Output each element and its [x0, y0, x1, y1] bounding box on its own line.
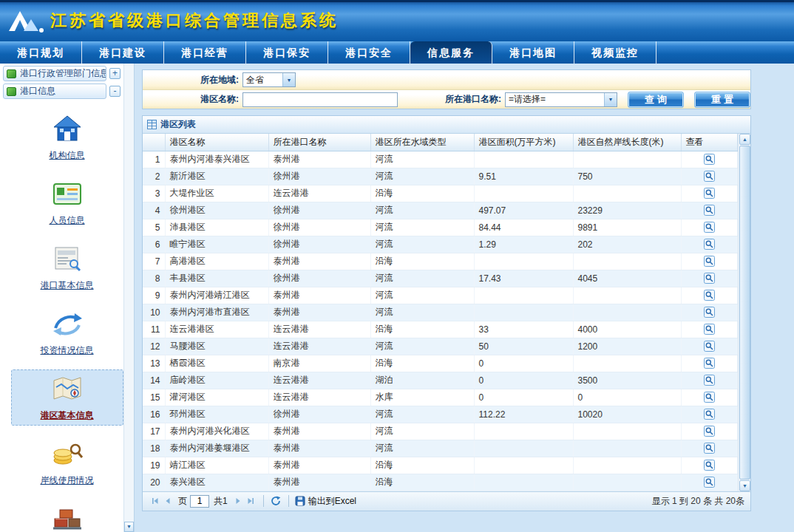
sidebar-item-org-info[interactable]: 机构信息 [11, 109, 123, 166]
view-record-icon[interactable] [704, 188, 715, 199]
table-cell [681, 168, 738, 185]
table-cell [681, 151, 738, 168]
table-cell: 靖江港区 [165, 457, 268, 474]
scrollbar-thumb[interactable] [739, 146, 750, 480]
collapse-toggle[interactable]: - [109, 86, 121, 97]
sidebar-item-port-basic-info[interactable]: 港口基本信息 [11, 239, 123, 296]
nav-tab-5[interactable]: 港口安全 [328, 41, 410, 64]
sidebar-item-personnel-info[interactable]: 人员信息 [11, 174, 123, 231]
scroll-down-icon[interactable]: ▼ [739, 480, 750, 491]
col-header-index[interactable] [143, 134, 165, 151]
view-record-icon[interactable] [704, 375, 715, 386]
nav-tab-7[interactable]: 港口地图 [492, 41, 574, 64]
table-cell [681, 219, 738, 236]
export-excel-button[interactable]: 输出到Excel [295, 495, 356, 508]
scroll-up-icon[interactable]: ▲ [739, 134, 750, 145]
view-record-icon[interactable] [704, 222, 715, 233]
table-row: 14庙岭港区连云港港湖泊03500 [143, 372, 738, 389]
table-cell: 徐州港 [268, 202, 370, 219]
table-row: 6睢宁港区徐州港河流1.29202 [143, 236, 738, 253]
table-cell: 新沂港区 [165, 168, 268, 185]
view-record-icon[interactable] [704, 392, 715, 403]
investment-arrows-icon [51, 309, 84, 341]
nav-tab-1[interactable]: 港口规划 [0, 41, 82, 64]
view-record-icon[interactable] [704, 171, 715, 182]
sidebar-group-port-info[interactable]: 港口信息 [3, 83, 106, 99]
table-cell: 河流 [370, 406, 474, 423]
shoreline-coins-icon [51, 439, 84, 471]
table-cell [573, 423, 681, 440]
table-cell: 泰兴港区 [165, 474, 268, 491]
table-cell: 泰州内河港泰兴港区 [165, 151, 268, 168]
next-page-button[interactable] [232, 495, 245, 508]
table-cell: 河流 [370, 304, 474, 321]
table-row: 3大堤作业区连云港港沿海 [143, 185, 738, 202]
table-cell: 河流 [370, 270, 474, 287]
table-cell: 泰州港 [268, 151, 370, 168]
col-header-view[interactable]: 查看 [681, 134, 738, 151]
table-cell: 徐州港区 [165, 202, 268, 219]
page-input[interactable] [190, 495, 209, 508]
col-header-water-type[interactable]: 港区所在水域类型 [370, 134, 474, 151]
table-cell: 连云港港区 [165, 321, 268, 338]
view-record-icon[interactable] [704, 409, 715, 420]
table-cell: 750 [573, 168, 681, 185]
table-row: 5沛县港区徐州港河流84.449891 [143, 219, 738, 236]
sidebar-item-dock-info[interactable]: 码头信息 [11, 499, 123, 532]
port-area-map-icon [51, 374, 84, 406]
view-record-icon[interactable] [704, 273, 715, 284]
view-record-icon[interactable] [704, 358, 715, 369]
sidebar-item-port-area-basic-info[interactable]: 港区基本信息 [11, 369, 123, 426]
view-record-icon[interactable] [704, 256, 715, 267]
sidebar-menu: 机构信息 人员信息 [0, 109, 134, 532]
nav-tab-4[interactable]: 港口保安 [246, 41, 328, 64]
view-record-icon[interactable] [704, 443, 715, 454]
nav-tab-3[interactable]: 港口经营 [164, 41, 246, 64]
view-record-icon[interactable] [704, 477, 715, 488]
expand-toggle[interactable]: + [109, 68, 121, 79]
nav-tab-2[interactable]: 港口建设 [82, 41, 164, 64]
sidebar-group-admin-info[interactable]: 港口行政管理部门信息 [3, 66, 106, 81]
view-record-icon[interactable] [704, 290, 715, 301]
first-page-button[interactable] [149, 495, 161, 508]
view-record-icon[interactable] [704, 239, 715, 250]
table-cell [681, 389, 738, 406]
view-record-icon[interactable] [704, 154, 715, 165]
sidebar-item-investment-info[interactable]: 投资情况信息 [11, 304, 123, 361]
table-cell [474, 440, 573, 457]
table-cell [681, 185, 738, 202]
view-record-icon[interactable] [704, 341, 715, 352]
main-nav: 港口规划港口建设港口经营港口保安港口安全信息服务港口地图视频监控 [0, 41, 794, 64]
view-record-icon[interactable] [704, 205, 715, 216]
table-cell: 4000 [573, 321, 681, 338]
col-header-port-name[interactable]: 所在港口名称 [268, 134, 370, 151]
table-cell: 0 [573, 389, 681, 406]
sidebar-item-shoreline-usage[interactable]: 岸线使用情况 [11, 434, 123, 491]
last-page-button[interactable] [245, 495, 257, 508]
col-header-shoreline-length[interactable]: 港区自然岸线长度(米) [573, 134, 681, 151]
col-header-area-name[interactable]: 港区名称 [165, 134, 268, 151]
table-cell [681, 236, 738, 253]
query-button[interactable]: 查询 [628, 92, 684, 108]
table-cell: 泰州港 [268, 423, 370, 440]
table-cell: 13 [143, 355, 165, 372]
col-header-area-size[interactable]: 港区面积(万平方米) [474, 134, 573, 151]
table-cell: 徐州港 [268, 168, 370, 185]
refresh-button[interactable] [270, 495, 282, 508]
reset-button[interactable]: 重置 [694, 92, 750, 108]
table-scrollbar[interactable]: ▲ ▼ [738, 134, 750, 491]
scroll-down-icon[interactable]: ▼ [124, 522, 134, 532]
region-select[interactable]: 全省 ▼ [242, 72, 296, 87]
dock-containers-icon [51, 504, 84, 532]
view-record-icon[interactable] [704, 460, 715, 471]
view-record-icon[interactable] [704, 426, 715, 437]
nav-tab-6[interactable]: 信息服务 [410, 41, 492, 64]
view-record-icon[interactable] [704, 324, 715, 335]
port-name-select[interactable]: =请选择= ▼ [505, 92, 617, 107]
view-record-icon[interactable] [704, 307, 715, 318]
nav-tab-8[interactable]: 视频监控 [574, 41, 656, 64]
port-area-name-input[interactable] [242, 92, 398, 107]
sidebar-scrollbar[interactable]: ▼ [123, 64, 134, 532]
table-row: 13栖霞港区南京港沿海0 [143, 355, 738, 372]
prev-page-button[interactable] [161, 495, 174, 508]
